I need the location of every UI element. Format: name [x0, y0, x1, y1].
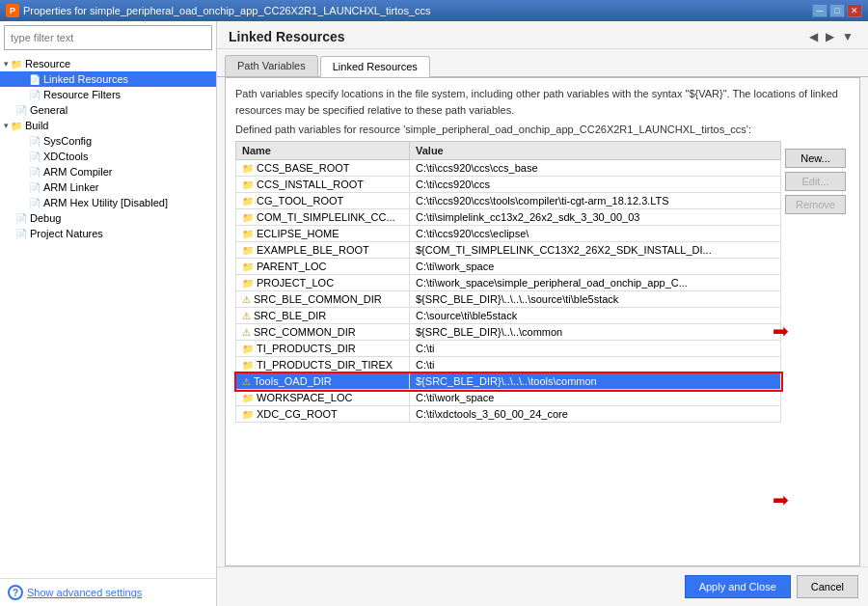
tree-label-arm-compiler: ARM Compiler [43, 166, 113, 178]
table-row[interactable]: 📁COM_TI_SIMPLELINK_CC...C:\ti\simplelink… [236, 209, 781, 226]
row-name: ECLIPSE_HOME [257, 228, 339, 239]
tree-area: ▾📁Resource📄Linked Resources📄Resource Fil… [0, 54, 216, 578]
new-button[interactable]: New... [785, 149, 846, 168]
tree-item-resource-filters[interactable]: 📄Resource Filters [0, 87, 216, 102]
description-text: Path variables specify locations in the … [235, 86, 850, 118]
table-row[interactable]: ⚠Tools_OAD_DIR${SRC_BLE_DIR}\..\..\..\to… [236, 373, 781, 390]
tree-item-debug[interactable]: 📄Debug [0, 210, 216, 226]
tree-item-sysconfig[interactable]: 📄SysConfig [0, 133, 216, 149]
maximize-button[interactable]: □ [829, 4, 845, 17]
row-name: SRC_COMMON_DIR [254, 326, 356, 338]
table-row[interactable]: 📁EXAMPLE_BLE_ROOT${COM_TI_SIMPLELINK_CC1… [236, 242, 781, 259]
content-area: Path variables specify locations in the … [225, 77, 860, 566]
nav-back-button[interactable]: ◀ [806, 29, 821, 44]
tree-item-arm-hex[interactable]: 📄ARM Hex Utility [Disabled] [0, 195, 216, 210]
row-value: C:\ti\ccs920\ccs\ccs_base [410, 160, 781, 177]
row-name: SRC_BLE_DIR [254, 310, 326, 321]
row-folder-icon: ⚠ [242, 311, 251, 321]
app-icon: P [6, 4, 19, 17]
table-section: Name Value 📁CCS_BASE_ROOTC:\ti\ccs920\cc… [235, 141, 850, 423]
nav-controls: ◀ ▶ ▼ [806, 29, 856, 44]
table-row[interactable]: ⚠SRC_BLE_COMMON_DIR${SRC_BLE_DIR}\..\..\… [236, 291, 781, 308]
table-row[interactable]: 📁PROJECT_LOCC:\ti\work_space\simple_peri… [236, 275, 781, 291]
row-name: Tools_OAD_DIR [254, 375, 332, 387]
edit-button[interactable]: Edit... [785, 172, 846, 191]
row-name: EXAMPLE_BLE_ROOT [257, 244, 369, 256]
row-folder-icon: 📁 [242, 179, 254, 190]
table-row[interactable]: ⚠SRC_BLE_DIRC:\source\ti\ble5stack [236, 308, 781, 324]
tree-item-general[interactable]: 📄General [0, 102, 216, 118]
row-value: C:\ti\ccs920\ccs\eclipse\ [410, 226, 781, 242]
row-name: XDC_CG_ROOT [257, 408, 338, 420]
table-row[interactable]: 📁WORKSPACE_LOCC:\ti\work_space [236, 390, 781, 406]
table-row[interactable]: 📁TI_PRODUCTS_DIRC:\ti [236, 341, 781, 357]
table-row[interactable]: 📁CCS_INSTALL_ROOTC:\ti\ccs920\ccs [236, 177, 781, 193]
tree-icon-xdctools: 📄 [29, 152, 41, 162]
row-folder-icon: ⚠ [242, 327, 251, 338]
row-folder-icon: 📁 [242, 393, 254, 403]
tree-item-resource[interactable]: ▾📁Resource [0, 56, 216, 71]
cancel-button[interactable]: Cancel [797, 575, 858, 598]
defined-text: Defined path variables for resource 'sim… [235, 124, 850, 135]
tree-label-resource-filters: Resource Filters [43, 89, 121, 100]
row-value: ${SRC_BLE_DIR}\..\..\..\source\ti\ble5st… [410, 291, 781, 308]
tree-label-sysconfig: SysConfig [43, 135, 92, 147]
row-value: ${COM_TI_SIMPLELINK_CC13X2_26X2_SDK_INST… [410, 242, 781, 259]
filter-input[interactable] [4, 25, 212, 50]
panel-title: Linked Resources [229, 29, 345, 44]
row-folder-icon: 📁 [242, 344, 254, 354]
table-row[interactable]: 📁CCS_BASE_ROOTC:\ti\ccs920\ccs\ccs_base [236, 160, 781, 177]
nav-dropdown-button[interactable]: ▼ [839, 29, 856, 44]
table-row[interactable]: 📁TI_PRODUCTS_DIR_TIREXC:\ti [236, 357, 781, 373]
table-row[interactable]: 📁XDC_CG_ROOTC:\ti\xdctools_3_60_00_24_co… [236, 406, 781, 423]
table-row[interactable]: 📁ECLIPSE_HOMEC:\ti\ccs920\ccs\eclipse\ [236, 226, 781, 242]
tree-label-xdctools: XDCtools [43, 151, 88, 162]
tree-label-linked-resources: Linked Resources [43, 73, 128, 85]
tree-icon-debug: 📄 [15, 213, 27, 224]
remove-button[interactable]: Remove [785, 195, 846, 214]
apply-close-button[interactable]: Apply and Close [685, 575, 791, 598]
row-value: ${SRC_BLE_DIR}\..\..\..\tools\common [410, 373, 781, 390]
tab-linked-resources[interactable]: Linked Resources [320, 56, 430, 77]
tree-item-arm-compiler[interactable]: 📄ARM Compiler [0, 164, 216, 179]
row-value: C:\ti\work_space [410, 390, 781, 406]
tree-item-linked-resources[interactable]: 📄Linked Resources [0, 71, 216, 87]
row-value: ${SRC_BLE_DIR}\..\..\common [410, 324, 781, 341]
table-row[interactable]: 📁PARENT_LOCC:\ti\work_space [236, 259, 781, 275]
table-row[interactable]: ⚠SRC_COMMON_DIR${SRC_BLE_DIR}\..\..\comm… [236, 324, 781, 341]
resource-table: Name Value 📁CCS_BASE_ROOTC:\ti\ccs920\cc… [235, 141, 781, 423]
tree-icon-sysconfig: 📄 [29, 136, 41, 147]
tree-icon-general: 📄 [15, 105, 27, 116]
show-advanced-link[interactable]: Show advanced settings [27, 587, 142, 598]
row-name: TI_PRODUCTS_DIR [257, 343, 356, 354]
row-folder-icon: 📁 [242, 262, 254, 272]
table-container: Name Value 📁CCS_BASE_ROOTC:\ti\ccs920\cc… [235, 141, 781, 423]
row-folder-icon: 📁 [242, 278, 254, 289]
tree-label-project-natures: Project Natures [30, 228, 103, 239]
tree-label-arm-linker: ARM Linker [43, 181, 98, 193]
nav-forward-button[interactable]: ▶ [823, 29, 837, 44]
tree-item-arm-linker[interactable]: 📄ARM Linker [0, 179, 216, 195]
tree-label-build: Build [25, 120, 48, 131]
row-folder-icon: 📁 [242, 409, 254, 420]
minimize-button[interactable]: ─ [812, 4, 827, 17]
row-name: CG_TOOL_ROOT [257, 195, 343, 207]
row-value: C:\ti\ccs920\ccs [410, 177, 781, 193]
window-title: Properties for simple_peripheral_oad_onc… [23, 5, 812, 16]
row-value: C:\ti\work_space\simple_peripheral_oad_o… [410, 275, 781, 291]
row-folder-icon: 📁 [242, 163, 254, 174]
tree-item-project-natures[interactable]: 📄Project Natures [0, 226, 216, 241]
tree-item-build[interactable]: ▾📁Build [0, 118, 216, 133]
row-name: CCS_BASE_ROOT [257, 162, 350, 174]
tree-item-xdctools[interactable]: 📄XDCtools [0, 149, 216, 164]
row-name: COM_TI_SIMPLELINK_CC... [257, 211, 395, 223]
row-folder-icon: ⚠ [242, 294, 251, 305]
tree-icon-build: 📁 [11, 121, 22, 131]
tab-path-variables[interactable]: Path Variables [225, 55, 318, 76]
close-button[interactable]: ✕ [847, 4, 862, 17]
right-footer: Apply and Close Cancel [217, 566, 868, 606]
row-name: CCS_INSTALL_ROOT [257, 179, 364, 190]
table-row[interactable]: 📁CG_TOOL_ROOTC:\ti\ccs920\ccs\tools\comp… [236, 193, 781, 209]
row-value: C:\ti\xdctools_3_60_00_24_core [410, 406, 781, 423]
red-arrow-2: ➡ [773, 488, 789, 511]
